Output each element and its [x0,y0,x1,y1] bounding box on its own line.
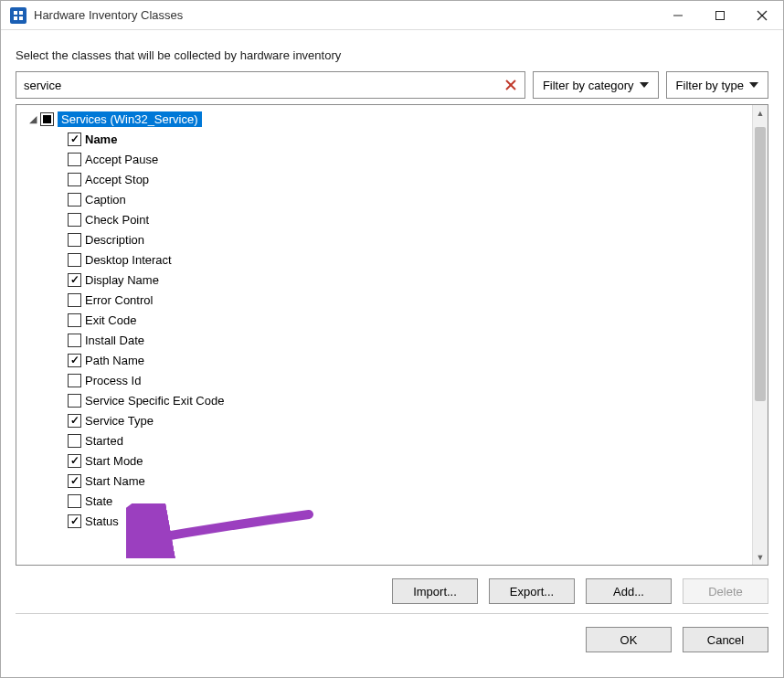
filter-category-dropdown[interactable]: Filter by category [533,71,659,99]
item-label: Desktop Interact [85,253,172,267]
item-label: Description [85,233,144,247]
scroll-thumb[interactable] [755,127,766,401]
item-checkbox[interactable] [68,494,81,508]
ok-button[interactable]: OK [586,627,672,652]
item-label: Name [85,132,117,146]
item-checkbox[interactable] [68,334,81,347]
delete-button: Delete [683,578,768,604]
item-checkbox[interactable] [68,374,81,387]
root-label: Services (Win32_Service) [58,111,202,127]
tree-item[interactable]: Error Control [16,290,752,310]
tree-item[interactable]: Description [16,229,752,249]
item-checkbox[interactable] [68,273,81,287]
svg-rect-2 [14,16,17,20]
item-label: Process Id [85,374,141,387]
item-label: State [85,494,112,508]
app-icon [10,7,26,24]
tree-item[interactable]: Status [16,511,752,531]
action-button-row: Import... Export... Add... Delete [16,566,768,614]
tree-item[interactable]: Service Type [16,410,752,430]
tree-item[interactable]: Exit Code [16,310,752,330]
item-label: Install Date [85,334,144,347]
clear-x-icon [504,79,517,91]
item-checkbox[interactable] [68,233,81,247]
tree-item[interactable]: Started [16,430,752,450]
tree-item[interactable]: Process Id [16,370,752,390]
item-label: Start Mode [85,454,143,468]
tree-item[interactable]: Display Name [16,270,752,290]
tree-item[interactable]: Path Name [16,350,752,370]
item-label: Path Name [85,354,144,367]
import-button[interactable]: Import... [392,578,478,604]
close-button[interactable] [741,1,783,30]
scroll-down-icon[interactable]: ▼ [753,549,768,565]
expander-icon[interactable]: ◢ [29,113,40,125]
item-label: Accept Pause [85,153,158,166]
tree-item[interactable]: Start Mode [16,450,752,471]
tree-item[interactable]: Accept Pause [16,149,752,169]
cancel-button[interactable]: Cancel [683,627,768,652]
filter-type-dropdown[interactable]: Filter by type [666,71,768,99]
item-checkbox[interactable] [68,354,81,367]
item-label: Service Type [85,414,154,428]
root-checkbox[interactable] [40,112,54,126]
tree-item[interactable]: Caption [16,189,752,209]
minimize-button[interactable] [657,1,699,30]
item-checkbox[interactable] [68,153,81,166]
tree-item[interactable]: Accept Stop [16,169,752,189]
item-checkbox[interactable] [68,313,81,327]
titlebar: Hardware Inventory Classes [1,1,783,30]
clear-search-button[interactable] [503,77,519,93]
tree-item[interactable]: Name [16,129,752,149]
filter-category-label: Filter by category [543,79,634,92]
tree-item[interactable]: State [16,491,752,511]
svg-rect-0 [14,11,17,15]
svg-rect-5 [716,11,725,19]
svg-rect-3 [19,16,23,20]
item-checkbox[interactable] [68,514,81,528]
tree-item[interactable]: Check Point [16,209,752,229]
tree-item[interactable]: Desktop Interact [16,249,752,270]
minimize-icon [673,10,683,21]
item-checkbox[interactable] [68,474,81,488]
item-checkbox[interactable] [68,293,81,307]
item-label: Accept Stop [85,173,149,186]
item-checkbox[interactable] [68,132,81,146]
scrollbar[interactable]: ▲ ▼ [752,105,768,565]
svg-rect-1 [19,11,23,15]
toolbar: Filter by category Filter by type [16,71,768,99]
item-checkbox[interactable] [68,173,81,186]
tree-item[interactable]: Install Date [16,330,752,350]
export-button[interactable]: Export... [489,578,575,604]
item-checkbox[interactable] [68,394,81,408]
chevron-down-icon [640,82,649,88]
scroll-up-icon[interactable]: ▲ [753,105,768,121]
maximize-button[interactable] [699,1,741,30]
item-checkbox[interactable] [68,213,81,227]
add-button[interactable]: Add... [586,578,672,604]
item-checkbox[interactable] [68,193,81,207]
item-label: Exit Code [85,313,136,327]
tree-root-node[interactable]: ◢ Services (Win32_Service) [16,109,752,129]
item-label: Start Name [85,474,145,488]
item-checkbox[interactable] [68,253,81,267]
tree-item[interactable]: Service Specific Exit Code [16,390,752,410]
item-checkbox[interactable] [68,454,81,468]
tree-item[interactable]: Start Name [16,471,752,491]
search-box[interactable] [16,71,525,99]
search-input[interactable] [24,79,503,92]
item-label: Started [85,434,123,448]
item-checkbox[interactable] [68,414,81,428]
maximize-icon [715,10,726,21]
instruction-text: Select the classes that will be collecte… [16,48,768,62]
item-label: Status [85,514,119,528]
item-label: Error Control [85,293,153,307]
chevron-down-icon [749,82,758,88]
item-checkbox[interactable] [68,434,81,448]
class-tree: ◢ Services (Win32_Service) NameAccept Pa… [16,104,768,566]
item-label: Check Point [85,213,149,227]
window-title: Hardware Inventory Classes [34,8,183,22]
item-label: Caption [85,193,126,207]
dialog-button-row: OK Cancel [16,614,768,652]
close-icon [757,10,768,21]
